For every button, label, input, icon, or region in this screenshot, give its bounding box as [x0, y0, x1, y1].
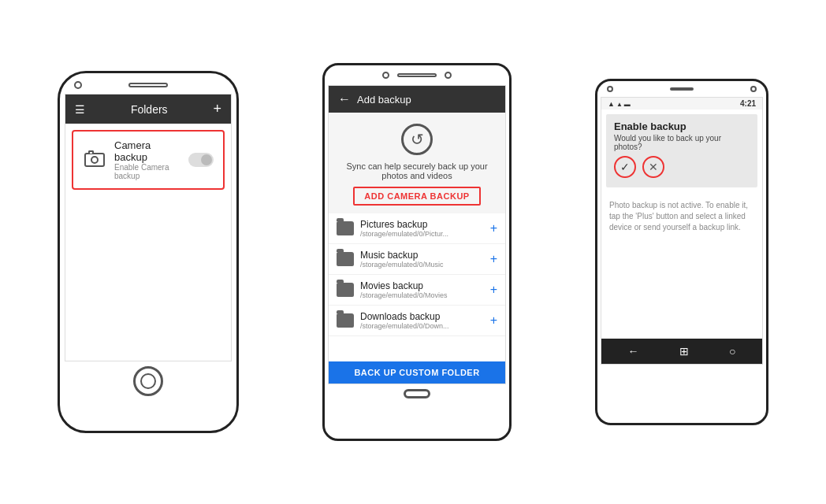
phone2-toolbar: ← Add backup — [329, 86, 505, 113]
folder-text-movies: Movies backup /storage/emulated/0/Movies — [360, 280, 484, 299]
folder-text-pictures: Pictures backup /storage/emulated/0/Pict… — [360, 219, 484, 238]
folder-item-movies[interactable]: Movies backup /storage/emulated/0/Movies… — [329, 275, 505, 306]
phone3-shell: ▲ ▲ ▬ 4:21 Enable backup Would you like … — [595, 79, 768, 425]
home-nav-button[interactable]: ⊞ — [679, 345, 689, 358]
info-text-section: Photo backup is not active. To enable it… — [601, 192, 762, 339]
phone3-top-strip — [597, 81, 766, 97]
cam-dot — [607, 86, 613, 92]
folder-icon — [337, 283, 354, 297]
power-button[interactable] — [509, 128, 512, 152]
folder-list: Pictures backup /storage/emulated/0/Pict… — [329, 213, 505, 361]
camera-backup-row[interactable]: Camera backup Enable Camera backup — [72, 130, 225, 190]
camera-side-button[interactable] — [766, 207, 768, 224]
folder-name: Movies backup — [360, 280, 484, 291]
phone1-top-bar — [60, 73, 236, 94]
folder-icon — [337, 221, 354, 235]
status-time: 4:21 — [740, 99, 756, 108]
add-folder-button-downloads[interactable]: + — [490, 313, 497, 328]
back-nav-button[interactable]: ← — [628, 345, 639, 358]
cancel-button[interactable]: ✕ — [642, 156, 664, 178]
back-up-custom-folder-button[interactable]: BACK UP CUSTOM FOLDER — [329, 361, 505, 384]
sensor-dot — [445, 72, 452, 79]
info-text: Photo backup is not active. To enable it… — [609, 197, 754, 236]
folder-item-pictures[interactable]: Pictures backup /storage/emulated/0/Pict… — [329, 213, 505, 244]
confirm-button[interactable]: ✓ — [614, 156, 636, 178]
signal-icon: ▲ — [616, 101, 623, 108]
speaker-bar — [397, 73, 437, 77]
sync-arrow-icon: ↺ — [411, 132, 424, 147]
folder-name: Downloads backup — [360, 311, 484, 322]
folder-path: /storage/emulated/0/Down... — [360, 322, 484, 330]
home-oval-button[interactable] — [404, 389, 430, 398]
hero-section: ↺ Sync can help securely back up your ph… — [329, 113, 505, 213]
sensor-dot — [750, 86, 757, 92]
speaker-icon — [128, 83, 168, 87]
signal-icons: ▲ ▲ ▬ — [608, 100, 631, 108]
front-camera-icon — [74, 81, 82, 89]
folder-item-music[interactable]: Music backup /storage/emulated/0/Music + — [329, 244, 505, 275]
toolbar-title: Folders — [131, 103, 168, 116]
folder-icon — [337, 252, 354, 266]
phone1-screen: ☰ Folders + Camera backup Enable Camera … — [65, 94, 232, 361]
add-folder-button-movies[interactable]: + — [490, 283, 497, 297]
add-folder-button-music[interactable]: + — [490, 252, 497, 266]
folder-path: /storage/emulated/0/Pictur... — [360, 230, 484, 238]
phone1-toolbar: ☰ Folders + — [65, 94, 231, 124]
home-button-inner — [140, 373, 156, 389]
phone3-screen: ▲ ▲ ▬ 4:21 Enable backup Would you like … — [601, 97, 763, 365]
menu-icon[interactable]: ☰ — [75, 103, 85, 116]
volume-button[interactable] — [509, 160, 512, 179]
phone2-screen: ← Add backup ↺ Sync can help securely ba… — [328, 85, 506, 384]
back-button[interactable]: ← — [338, 92, 351, 106]
speaker-bar — [670, 87, 694, 91]
camera-icon — [83, 150, 106, 169]
front-camera-dot — [382, 72, 389, 79]
enable-backup-dialog: Enable backup Would you like to back up … — [606, 114, 757, 187]
vol-down-button[interactable] — [236, 176, 239, 198]
folder-icon — [337, 313, 354, 328]
phone2-shell: ← Add backup ↺ Sync can help securely ba… — [322, 63, 512, 441]
vol-side-button[interactable] — [766, 160, 768, 176]
folder-name: Pictures backup — [360, 219, 484, 230]
folder-name: Music backup — [360, 250, 484, 261]
status-bar: ▲ ▲ ▬ 4:21 — [601, 98, 762, 109]
folder-path: /storage/emulated/0/Music — [360, 261, 484, 269]
dialog-buttons: ✓ ✕ — [614, 156, 750, 178]
add-camera-backup-button[interactable]: ADD CAMERA BACKUP — [353, 187, 480, 206]
folder-text-downloads: Downloads backup /storage/emulated/0/Dow… — [360, 311, 484, 330]
folder-item-downloads[interactable]: Downloads backup /storage/emulated/0/Dow… — [329, 306, 505, 336]
battery-icon: ▬ — [624, 101, 631, 108]
wifi-icon: ▲ — [608, 100, 615, 108]
home-button[interactable] — [133, 366, 163, 396]
add-backup-title: Add backup — [357, 94, 411, 106]
sync-icon: ↺ — [401, 124, 433, 155]
camera-backup-toggle[interactable] — [188, 153, 214, 167]
toggle-knob — [201, 154, 212, 165]
folder-text-music: Music backup /storage/emulated/0/Music — [360, 250, 484, 269]
hero-description: Sync can help securely back up your phot… — [341, 161, 493, 180]
folder-path: /storage/emulated/0/Movies — [360, 291, 484, 299]
dialog-subtitle: Would you like to back up your photos? — [614, 134, 750, 151]
bottom-nav-bar: ← ⊞ ○ — [601, 339, 762, 364]
phone1-shell: ☰ Folders + Camera backup Enable Camera … — [58, 71, 239, 433]
add-folder-button[interactable]: + — [213, 101, 221, 117]
vol-up-button[interactable] — [236, 144, 239, 166]
dialog-title: Enable backup — [614, 120, 750, 132]
search-nav-button[interactable]: ○ — [729, 345, 735, 358]
camera-backup-subtitle: Enable Camera backup — [114, 163, 180, 180]
camera-text-block: Camera backup Enable Camera backup — [114, 139, 180, 180]
camera-backup-title: Camera backup — [114, 139, 180, 163]
add-folder-button-pictures[interactable]: + — [490, 221, 497, 235]
phone2-top-bar — [325, 65, 509, 85]
